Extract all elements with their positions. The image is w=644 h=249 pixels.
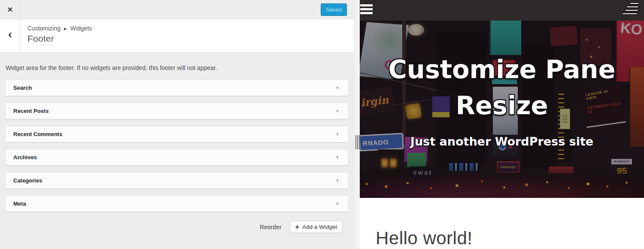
customizer-topbar: ✕ Saved xyxy=(0,0,354,19)
add-widget-button[interactable]: + Add a Widget xyxy=(290,221,343,233)
chevron-down-icon[interactable]: ▼ xyxy=(335,85,340,90)
breadcrumb-separator-icon: ▶ xyxy=(62,27,69,31)
site-title: Customize Pane Resize xyxy=(377,52,626,124)
plus-icon: + xyxy=(295,223,299,231)
resize-grip-icon[interactable] xyxy=(355,135,360,149)
hamburger-menu-icon[interactable] xyxy=(360,4,373,14)
widget-row-archives[interactable]: Archives ▼ xyxy=(5,149,349,166)
widget-row-categories[interactable]: Categories ▼ xyxy=(5,172,349,189)
site-body: Hello world! xyxy=(360,198,644,249)
widget-title: Recent Posts xyxy=(13,108,49,114)
widget-row-search[interactable]: Search ▼ xyxy=(5,79,349,96)
section-header-meta: Customizing ▶ Widgets Footer xyxy=(21,19,92,52)
back-chevron-icon[interactable]: ‹ xyxy=(0,19,21,52)
section-header: ‹ Customizing ▶ Widgets Footer xyxy=(0,19,354,52)
breadcrumb-root: Customizing xyxy=(27,25,61,32)
customizer-pane: ✕ Saved ‹ Customizing ▶ Widgets Footer W… xyxy=(0,0,354,249)
staggered-menu-icon[interactable] xyxy=(622,2,640,15)
chevron-down-icon[interactable]: ▼ xyxy=(335,109,340,113)
hero-text-block: Customize Pane Resize Just another WordP… xyxy=(360,21,644,198)
widget-title: Categories xyxy=(13,177,42,184)
widget-row-recent-comments[interactable]: Recent Comments ▼ xyxy=(5,126,349,143)
site-header-bar xyxy=(360,0,644,21)
reorder-button[interactable]: Reorder xyxy=(260,224,282,231)
saved-button[interactable]: Saved xyxy=(321,3,347,16)
close-customizer-icon[interactable]: ✕ xyxy=(0,0,21,19)
page-title: Footer xyxy=(27,33,92,44)
pane-resize-divider[interactable] xyxy=(354,0,360,249)
breadcrumb-current: Widgets xyxy=(70,25,92,32)
widget-area-description: Widget area for the footer. If no widget… xyxy=(6,64,348,71)
widget-row-meta[interactable]: Meta ▼ xyxy=(5,195,349,212)
widget-row-recent-posts[interactable]: Recent Posts ▼ xyxy=(5,103,349,119)
post-title-link[interactable]: Hello world! xyxy=(376,228,644,249)
add-widget-label: Add a Widget xyxy=(302,224,337,230)
breadcrumb: Customizing ▶ Widgets xyxy=(27,25,92,32)
widget-title: Archives xyxy=(13,154,37,161)
hero-photo: irgin RNADO swat YAHOO! KO THE LION KING… xyxy=(360,21,644,198)
chevron-down-icon[interactable]: ▼ xyxy=(335,178,340,183)
site-tagline: Just another WordPress site xyxy=(410,135,593,148)
widget-title: Search xyxy=(13,85,32,91)
pane-content: Widget area for the footer. If no widget… xyxy=(0,52,354,233)
widget-title: Recent Comments xyxy=(13,131,62,137)
chevron-down-icon[interactable]: ▼ xyxy=(335,201,340,206)
site-preview: irgin RNADO swat YAHOO! KO THE LION KING… xyxy=(360,0,644,249)
chevron-down-icon[interactable]: ▼ xyxy=(335,132,340,137)
widget-title: Meta xyxy=(13,200,26,207)
widget-actions-row: Reorder + Add a Widget xyxy=(5,221,343,233)
chevron-down-icon[interactable]: ▼ xyxy=(335,155,340,160)
